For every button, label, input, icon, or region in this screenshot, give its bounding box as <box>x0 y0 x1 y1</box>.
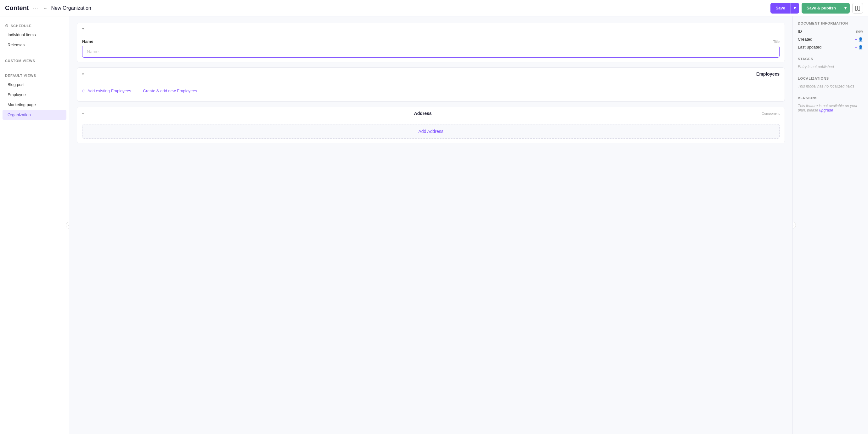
sidebar-item-individual-items[interactable]: Individual items <box>2 30 66 40</box>
header-actions: Save ▾ Save & publish ▾ <box>770 3 863 13</box>
chevron-left-double-icon: « <box>68 224 69 227</box>
sidebar-item-releases[interactable]: Releases <box>2 40 66 50</box>
stages-section: STAGES Entry is not published <box>798 57 863 69</box>
name-field-header: Name Title <box>82 39 780 44</box>
sidebar-item-marketing-page[interactable]: Marketing page <box>2 100 66 110</box>
employees-section-header: ▾ Employees <box>77 68 784 80</box>
save-button[interactable]: Save <box>770 3 790 13</box>
address-section: ▾ Address Component Add Address <box>77 107 785 143</box>
versions-title: VERSIONS <box>798 96 863 100</box>
localizations-section: LOCALIZATIONS This model has no localize… <box>798 77 863 88</box>
right-panel-collapse-button[interactable]: » <box>793 222 796 229</box>
left-sidebar: « ⏱ SCHEDULE Individual items Releases C… <box>0 17 69 434</box>
right-panel: » DOCUMENT INFORMATION ID new Created – … <box>793 17 868 434</box>
versions-text: This feature is not available on your pl… <box>798 104 863 112</box>
employees-section: ▾ Employees ⊙ Add existing Employees + C… <box>77 67 785 102</box>
name-section-body: Name Title <box>77 35 784 62</box>
sidebar-item-employee[interactable]: Employee <box>2 90 66 99</box>
page-title: New Organization <box>51 5 91 11</box>
sidebar-divider-2 <box>0 68 69 68</box>
user-icon-created: 👤 <box>858 37 863 41</box>
layout-toggle-button[interactable] <box>852 3 863 13</box>
id-value: new <box>856 29 863 34</box>
localizations-text: This model has no localized fields <box>798 84 863 88</box>
address-field-type: Component <box>762 112 780 115</box>
doc-info-title: DOCUMENT INFORMATION <box>798 22 863 25</box>
address-section-toggle[interactable]: ▾ <box>82 112 84 116</box>
document-info-section: DOCUMENT INFORMATION ID new Created – 👤 … <box>798 22 863 50</box>
add-address-button[interactable]: Add Address <box>82 124 780 139</box>
id-label: ID <box>798 29 802 34</box>
create-add-employees-button[interactable]: + Create & add new Employees <box>139 88 197 93</box>
chevron-down-icon: ▾ <box>794 6 796 10</box>
app-menu-dots[interactable]: ··· <box>33 5 39 11</box>
address-section-label: Address <box>414 111 432 116</box>
name-input[interactable] <box>82 46 780 58</box>
schedule-section-title: ⏱ SCHEDULE <box>0 22 69 30</box>
layout-icon <box>855 6 860 11</box>
back-arrow-icon: ← <box>43 6 48 11</box>
save-publish-button-group: Save & publish ▾ <box>802 3 850 13</box>
localizations-title: LOCALIZATIONS <box>798 77 863 80</box>
name-section-header: ▾ <box>77 23 784 35</box>
save-dropdown-button[interactable]: ▾ <box>790 3 799 13</box>
default-views-section-title: DEFAULT VIEWS <box>0 71 69 79</box>
chevron-right-double-icon: » <box>793 224 794 227</box>
created-row: Created – 👤 <box>798 37 863 41</box>
id-row: ID new <box>798 29 863 34</box>
link-icon: ⊙ <box>82 88 86 93</box>
employees-section-label: Employees <box>756 71 780 77</box>
plus-icon: + <box>139 88 141 93</box>
custom-views-section-title: CUSTOM VIEWS <box>0 56 69 64</box>
name-section-toggle[interactable]: ▾ <box>82 27 84 31</box>
created-label: Created <box>798 37 812 41</box>
app-title: Content <box>5 4 29 12</box>
svg-rect-0 <box>856 6 857 10</box>
app-header: Content ··· ← New Organization Save ▾ Sa… <box>0 0 868 17</box>
last-updated-value[interactable]: – 👤 <box>855 45 863 50</box>
last-updated-row: Last updated – 👤 <box>798 45 863 50</box>
name-field-label: Name <box>82 39 93 44</box>
schedule-clock-icon: ⏱ <box>5 24 9 28</box>
employees-section-body: ⊙ Add existing Employees + Create & add … <box>77 80 784 102</box>
main-layout: « ⏱ SCHEDULE Individual items Releases C… <box>0 17 868 434</box>
chevron-down-icon-publish: ▾ <box>844 6 846 10</box>
back-button[interactable]: ← <box>43 6 48 11</box>
save-button-group: Save ▾ <box>770 3 799 13</box>
header-left: Content ··· ← New Organization <box>5 4 91 12</box>
stages-text: Entry is not published <box>798 64 863 69</box>
sidebar-divider-1 <box>0 53 69 53</box>
save-publish-button[interactable]: Save & publish <box>802 3 841 13</box>
user-icon-updated: 👤 <box>858 45 863 50</box>
created-value[interactable]: – 👤 <box>855 37 863 41</box>
address-section-body: Add Address <box>77 120 784 143</box>
last-updated-label: Last updated <box>798 45 822 50</box>
employees-actions: ⊙ Add existing Employees + Create & add … <box>82 85 780 97</box>
stages-title: STAGES <box>798 57 863 61</box>
save-publish-dropdown-button[interactable]: ▾ <box>841 3 850 13</box>
add-existing-employees-button[interactable]: ⊙ Add existing Employees <box>82 88 131 93</box>
employees-section-toggle[interactable]: ▾ <box>82 72 84 76</box>
versions-section: VERSIONS This feature is not available o… <box>798 96 863 112</box>
svg-rect-1 <box>858 6 860 10</box>
sidebar-item-organization[interactable]: Organization <box>2 110 66 120</box>
main-content: ▾ Name Title ▾ Employees ⊙ Add exis <box>69 17 793 434</box>
upgrade-link[interactable]: upgrade <box>819 108 833 112</box>
address-section-header: ▾ Address Component <box>77 107 784 120</box>
sidebar-collapse-button[interactable]: « <box>66 222 69 229</box>
name-field-type: Title <box>773 40 780 44</box>
name-section: ▾ Name Title <box>77 23 785 62</box>
sidebar-item-blog-post[interactable]: Blog post <box>2 80 66 89</box>
